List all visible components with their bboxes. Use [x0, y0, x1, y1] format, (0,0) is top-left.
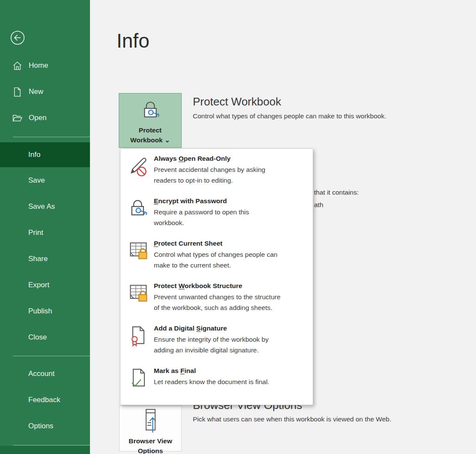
sidebar-item-label: Share [28, 255, 48, 263]
menu-item-title: Protect Current Sheet [154, 240, 313, 247]
sidebar-item-feedback[interactable]: Feedback [0, 391, 90, 409]
protect-workbook-dropdown-menu: Always Open Read-Only Prevent accidental… [120, 148, 313, 405]
sidebar-item-label: Open [29, 114, 47, 122]
menu-item-description: Prevent accidental changes by askingread… [154, 164, 313, 186]
sidebar-item-label: New [29, 87, 43, 96]
protect-section-heading: Protect Workbook [193, 95, 281, 108]
sidebar-item-new[interactable]: New [0, 82, 90, 101]
inspect-workbook-text-fragment: ath [314, 201, 323, 209]
sidebar-item-label: Options [28, 422, 54, 430]
mark-final-icon [128, 367, 150, 389]
sidebar-bottom-strip [0, 446, 90, 454]
menu-item-description: Require a password to open thisworkbook. [154, 207, 313, 228]
menu-item-always-open-read-only[interactable]: Always Open Read-Only Prevent accidental… [120, 151, 313, 194]
sidebar: Home New Open Info Save Save As Print Sh… [0, 0, 90, 454]
sidebar-item-close[interactable]: Close [0, 328, 90, 347]
sidebar-divider [13, 137, 90, 137]
menu-item-title: Add a Digital Signature [154, 325, 313, 332]
sidebar-item-save[interactable]: Save [0, 171, 90, 190]
home-icon [12, 60, 23, 71]
page-title: Info [117, 29, 150, 52]
sidebar-item-label: Save [28, 176, 45, 185]
protect-workbook-button-label: Protect Workbook ⌄ [126, 125, 175, 145]
lock-key-icon [140, 99, 161, 123]
new-document-icon [12, 87, 23, 97]
protect-section-description: Control what types of changes people can… [193, 112, 386, 120]
sidebar-item-label: Close [28, 333, 47, 342]
sidebar-item-print[interactable]: Print [0, 223, 90, 242]
digital-signature-icon [128, 325, 150, 347]
browser-view-icon [140, 409, 161, 435]
menu-item-protect-current-sheet[interactable]: Protect Current Sheet Control what types… [120, 236, 313, 279]
sidebar-item-export[interactable]: Export [0, 276, 90, 295]
sidebar-item-label: Print [28, 229, 43, 237]
sidebar-item-label: Feedback [28, 396, 60, 404]
menu-item-title: Encrypt with Password [154, 197, 313, 205]
sidebar-item-open[interactable]: Open [0, 108, 90, 127]
back-arrow-icon [10, 39, 25, 47]
menu-item-add-digital-signature[interactable]: Add a Digital Signature Ensure the integ… [120, 321, 313, 364]
menu-item-description: Ensure the integrity of the workbook bya… [154, 334, 313, 355]
menu-item-protect-workbook-structure[interactable]: Protect Workbook Structure Prevent unwan… [120, 279, 313, 321]
read-only-icon [128, 155, 150, 177]
browser-view-description: Pick what users can see when this workbo… [193, 415, 391, 423]
menu-item-title: Always Open Read-Only [154, 155, 313, 162]
sidebar-item-share[interactable]: Share [0, 250, 90, 268]
sidebar-item-save-as[interactable]: Save As [0, 197, 90, 216]
browser-view-button-label: Browser View Options [123, 436, 177, 454]
sidebar-item-label: Export [28, 281, 49, 289]
menu-item-mark-as-final[interactable]: Mark as Final Let readers know the docum… [120, 364, 313, 406]
sidebar-item-publish[interactable]: Publish [0, 302, 90, 321]
protect-structure-icon [128, 282, 150, 304]
menu-item-description: Prevent unwanted changes to the structur… [154, 292, 313, 313]
sidebar-item-label: Account [28, 370, 54, 378]
menu-item-description: Control what types of changes people can… [154, 249, 313, 271]
sidebar-divider [13, 445, 90, 445]
inspect-workbook-text-fragment: that it contains: [314, 189, 359, 196]
menu-item-title: Protect Workbook Structure [154, 282, 313, 290]
menu-item-title: Mark as Final [154, 367, 313, 375]
sidebar-item-label: Home [29, 61, 48, 70]
sidebar-divider [13, 356, 90, 356]
menu-item-encrypt-with-password[interactable]: Encrypt with Password Require a password… [120, 194, 313, 236]
sidebar-item-account[interactable]: Account [0, 364, 90, 383]
browser-view-options-button[interactable]: Browser View Options [119, 406, 182, 451]
encrypt-password-icon [128, 197, 150, 219]
sidebar-item-home[interactable]: Home [0, 56, 90, 75]
open-folder-icon [12, 113, 23, 123]
sidebar-item-label: Info [28, 150, 40, 159]
chevron-down-icon: ⌄ [165, 136, 170, 144]
back-button[interactable] [10, 30, 25, 45]
protect-sheet-icon [128, 240, 150, 262]
menu-item-description: Let readers know the document is final. [154, 376, 313, 387]
sidebar-item-options[interactable]: Options [0, 417, 90, 436]
sidebar-item-label: Save As [28, 202, 55, 211]
sidebar-item-info[interactable]: Info [0, 142, 90, 167]
sidebar-item-label: Publish [28, 307, 52, 316]
protect-workbook-button[interactable]: Protect Workbook ⌄ [119, 93, 182, 148]
